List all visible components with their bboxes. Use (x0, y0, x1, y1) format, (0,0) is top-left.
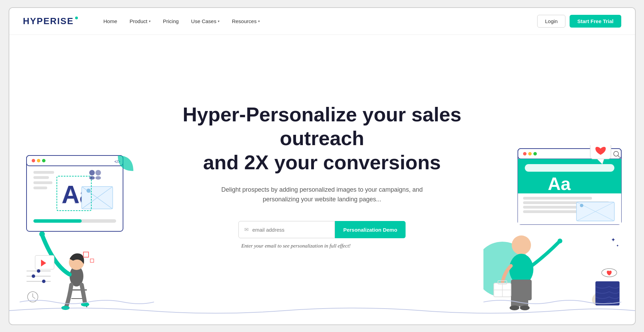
email-row: ✉ Personalization Demo (238, 221, 406, 238)
email-form: ✉ Personalization Demo Enter your email … (238, 221, 406, 250)
svg-point-20 (95, 176, 101, 180)
wave-decoration (9, 304, 635, 318)
svg-rect-56 (523, 197, 592, 200)
svg-point-4 (42, 159, 45, 162)
nav-product[interactable]: Product ▾ (125, 16, 155, 27)
svg-point-29 (39, 231, 45, 237)
svg-text:✦: ✦ (611, 237, 615, 243)
nav-actions: Login Start Free Trial (537, 15, 621, 28)
svg-point-35 (37, 269, 40, 273)
svg-rect-1 (27, 155, 123, 166)
svg-point-15 (86, 189, 91, 193)
svg-point-63 (580, 204, 583, 207)
logo-accent-dot (75, 17, 78, 19)
svg-text:Aa: Aa (548, 174, 571, 194)
resources-chevron-icon: ▾ (258, 19, 260, 23)
svg-rect-9 (33, 176, 49, 179)
start-trial-button[interactable]: Start Free Trial (570, 15, 621, 28)
svg-point-39 (42, 280, 45, 283)
nav-home[interactable]: Home (99, 16, 122, 27)
nav-links: Home Product ▾ Pricing Use Cases ▾ Resou… (99, 16, 537, 27)
svg-point-74 (558, 239, 562, 243)
login-button[interactable]: Login (537, 15, 566, 28)
nav-use-cases[interactable]: Use Cases ▾ (186, 16, 224, 27)
svg-rect-44 (90, 259, 94, 262)
email-icon: ✉ (244, 227, 249, 233)
svg-line-42 (33, 297, 35, 299)
svg-text:✦: ✦ (616, 244, 619, 248)
svg-point-3 (37, 159, 40, 162)
use-cases-chevron-icon: ▾ (218, 19, 219, 23)
svg-point-67 (512, 235, 531, 255)
svg-rect-10 (33, 181, 52, 184)
svg-point-37 (32, 274, 35, 278)
nav-resources[interactable]: Resources ▾ (227, 16, 265, 27)
svg-rect-43 (83, 252, 89, 257)
svg-point-49 (533, 152, 537, 155)
svg-rect-53 (525, 164, 614, 172)
demo-button[interactable]: Personalization Demo (335, 221, 406, 238)
product-chevron-icon: ▾ (149, 19, 151, 23)
email-input-wrapper: ✉ (238, 221, 335, 238)
svg-point-47 (523, 152, 527, 155)
browser-frame: HYPERISE Home Product ▾ Pricing Use Case… (9, 7, 636, 325)
right-illustration: Aa (483, 145, 628, 311)
svg-rect-58 (523, 206, 585, 209)
navbar: HYPERISE Home Product ▾ Pricing Use Case… (9, 8, 635, 35)
svg-point-2 (32, 159, 35, 162)
svg-point-18 (89, 176, 95, 180)
logo[interactable]: HYPERISE (23, 16, 78, 27)
svg-point-17 (89, 170, 95, 175)
hero-subtitle: Delight prospects by adding personalized… (212, 185, 432, 205)
svg-point-19 (95, 170, 101, 175)
left-illustration: </> Aa Aa (16, 145, 154, 311)
svg-rect-22 (33, 219, 82, 223)
logo-text: HYPERISE (23, 16, 74, 27)
svg-rect-11 (33, 187, 47, 189)
nav-pricing[interactable]: Pricing (158, 16, 184, 27)
hero-section: </> Aa Aa (9, 35, 635, 324)
hero-title: Hyper-Personalize your sales outreach an… (167, 102, 477, 174)
svg-rect-8 (33, 171, 54, 174)
email-input[interactable] (252, 227, 329, 233)
email-hint: Enter your email to see personalization … (241, 242, 350, 250)
svg-point-48 (528, 152, 532, 155)
